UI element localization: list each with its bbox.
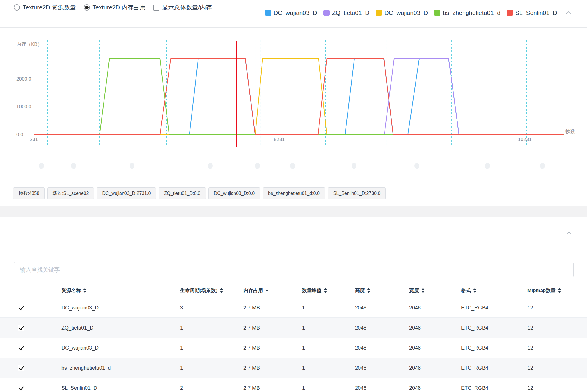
- row-checkbox[interactable]: [18, 385, 24, 391]
- column-header-label: 资源名称: [61, 287, 81, 294]
- y-axis-title: 内存（KB）: [16, 41, 42, 48]
- series-line-ZQ_tietu01_D: [34, 59, 563, 135]
- cell-format: ETC_RGB4: [443, 378, 510, 392]
- chart-legend: DC_wujian03_DZQ_tietu01_DDC_wujian03_Dbs…: [265, 9, 557, 16]
- caret-up-icon: [367, 288, 370, 290]
- sort-both-icon: [324, 288, 327, 293]
- frame-info-tag: SL_Senlin01_D:2730.0: [328, 187, 386, 199]
- frame-info-tag: DC_wujian03_D:2731.0: [97, 187, 156, 199]
- table-row[interactable]: bs_zhenghetietu01_d12.7 MB120482048ETC_R…: [0, 358, 587, 378]
- radio-label: Texture2D 内存占用: [93, 3, 146, 11]
- frame-marker-dot[interactable]: [485, 163, 490, 169]
- column-header-label: 宽度: [409, 287, 419, 294]
- column-header-内存占用[interactable]: 内存占用: [226, 283, 284, 298]
- cell-peak: 1: [284, 338, 337, 358]
- toolbar: Texture2D 资源数量 Texture2D 内存占用 显示总体数量/内存 …: [0, 0, 587, 28]
- caret-down-icon: [83, 291, 87, 293]
- row-checkbox[interactable]: [18, 345, 24, 351]
- sort-both-icon: [421, 288, 425, 293]
- frame-marker-dot[interactable]: [540, 163, 545, 169]
- legend-item[interactable]: DC_wujian03_D: [265, 9, 317, 16]
- series-line-SL_Senlin01_D: [34, 59, 563, 135]
- radio-texture2d-count[interactable]: Texture2D 资源数量: [14, 3, 76, 11]
- y-tick-label: 2000.0: [16, 76, 31, 82]
- frame-marker-dot[interactable]: [208, 163, 213, 169]
- frame-info-tag: 帧数:4358: [13, 187, 45, 199]
- memory-usage-chart[interactable]: [0, 27, 587, 156]
- legend-swatch-icon: [507, 10, 513, 16]
- column-header-资源名称[interactable]: 资源名称: [44, 283, 162, 298]
- caret-down-icon: [473, 291, 477, 293]
- legend-label: DC_wujian03_D: [274, 9, 317, 16]
- frame-info-tags: 帧数:4358场景:SL_scene02DC_wujian03_D:2731.0…: [13, 187, 386, 199]
- x-tick-label: 10231: [518, 137, 531, 142]
- cell-checkbox: [0, 298, 44, 317]
- frame-info-tag: bs_zhenghetietu01_d:0.0: [263, 187, 325, 199]
- caret-down-icon: [220, 291, 223, 293]
- resource-table: 资源名称生命周期(场景数)内存占用数量峰值高度宽度格式Mipmap数量 DC_w…: [0, 283, 587, 392]
- legend-item[interactable]: bs_zhenghetietu01_d: [434, 9, 500, 16]
- radio-texture2d-memory[interactable]: Texture2D 内存占用: [84, 3, 146, 11]
- cell-peak: 1: [284, 298, 337, 317]
- cell-name: bs_zhenghetietu01_d: [44, 358, 162, 378]
- cell-memory: 2.7 MB: [226, 298, 284, 317]
- cell-lifetime: 1: [162, 318, 226, 338]
- sort-both-icon: [367, 288, 370, 293]
- column-header-数量峰值[interactable]: 数量峰值: [284, 283, 337, 298]
- cell-width: 2048: [391, 358, 443, 378]
- cell-peak: 1: [284, 318, 337, 338]
- cell-height: 2048: [337, 358, 391, 378]
- checkbox-label: 显示总体数量/内存: [162, 3, 212, 11]
- cell-lifetime: 1: [162, 338, 226, 358]
- cell-name: DC_wujian03_D: [44, 338, 162, 358]
- row-checkbox[interactable]: [18, 305, 24, 311]
- row-checkbox[interactable]: [18, 325, 24, 331]
- caret-up-icon: [421, 288, 425, 290]
- sort-both-icon: [220, 288, 223, 293]
- cell-name: ZQ_tietu01_D: [44, 318, 162, 338]
- column-header-高度[interactable]: 高度: [337, 283, 391, 298]
- frame-marker-dot[interactable]: [130, 163, 134, 169]
- table-row[interactable]: ZQ_tietu01_D12.7 MB120482048ETC_RGB412: [0, 317, 587, 338]
- cell-height: 2048: [337, 378, 391, 392]
- search-input[interactable]: [14, 262, 574, 277]
- frame-marker-dot[interactable]: [71, 163, 76, 169]
- checkbox-show-total[interactable]: 显示总体数量/内存: [153, 3, 212, 11]
- column-header-label: 内存占用: [243, 287, 263, 294]
- frame-marker-dot[interactable]: [290, 163, 295, 169]
- frame-marker-dot[interactable]: [352, 163, 356, 169]
- y-tick-label: 0.0: [16, 132, 23, 138]
- x-axis-title: 帧数: [565, 128, 575, 135]
- divider-bar: [0, 206, 587, 217]
- legend-label: DC_wujian03_D: [384, 9, 428, 16]
- legend-item[interactable]: DC_wujian03_D: [376, 9, 428, 16]
- frame-info-tag: 场景:SL_scene02: [47, 187, 94, 199]
- column-header-label: 格式: [461, 287, 471, 294]
- chevron-up-icon[interactable]: [566, 232, 572, 235]
- table-header-row: 资源名称生命周期(场景数)内存占用数量峰值高度宽度格式Mipmap数量: [0, 283, 587, 298]
- cell-height: 2048: [337, 338, 391, 358]
- column-header-Mipmap数量[interactable]: Mipmap数量: [510, 283, 587, 298]
- chevron-up-icon[interactable]: [566, 11, 571, 14]
- sort-both-icon: [558, 288, 561, 293]
- cell-lifetime: 1: [162, 358, 226, 378]
- column-header-格式[interactable]: 格式: [443, 283, 510, 298]
- column-header-生命周期(场景数)[interactable]: 生命周期(场景数): [162, 283, 226, 298]
- table-row[interactable]: SL_Senlin01_D22.7 MB120482048ETC_RGB412: [0, 378, 587, 392]
- frame-marker-dot[interactable]: [255, 163, 260, 169]
- legend-item[interactable]: ZQ_tietu01_D: [323, 9, 370, 16]
- column-header-宽度[interactable]: 宽度: [391, 283, 443, 298]
- cell-mipmap: 12: [510, 318, 587, 338]
- cell-checkbox: [0, 378, 44, 392]
- frame-info-tag: ZQ_tietu01_D:0.0: [159, 187, 206, 199]
- cell-checkbox: [0, 318, 44, 338]
- table-row[interactable]: DC_wujian03_D12.7 MB120482048ETC_RGB412: [0, 338, 587, 358]
- caret-down-icon: [367, 291, 370, 293]
- frame-marker-dot[interactable]: [39, 163, 44, 169]
- legend-item[interactable]: SL_Senlin01_D: [507, 9, 557, 16]
- caret-up-icon: [473, 288, 477, 290]
- row-checkbox[interactable]: [18, 365, 24, 371]
- frame-marker-dot[interactable]: [414, 163, 419, 169]
- caret-up-icon: [83, 288, 87, 290]
- table-row[interactable]: DC_wujian03_D32.7 MB120482048ETC_RGB412: [0, 298, 587, 317]
